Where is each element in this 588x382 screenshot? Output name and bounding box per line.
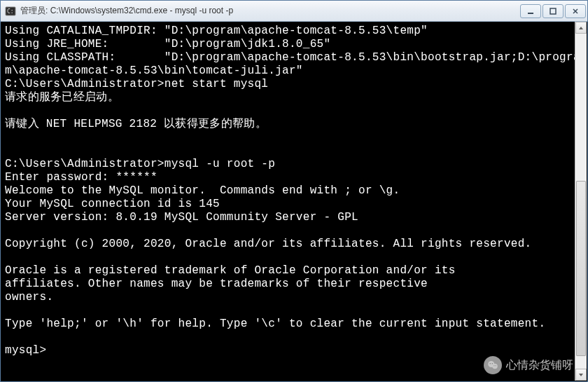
cmd-window: C: 管理员: C:\Windows\system32\cmd.exe - my…	[0, 0, 588, 382]
terminal-line: 请键入 NET HELPMSG 2182 以获得更多的帮助。	[5, 118, 583, 131]
terminal-line	[5, 104, 583, 118]
terminal-line: mysql>	[5, 344, 583, 357]
terminal-line: Using JRE_HOME: "D:\program\jdk1.8.0_65"	[5, 38, 583, 51]
scroll-up-button[interactable]	[575, 22, 587, 34]
terminal-line: Server version: 8.0.19 MySQL Community S…	[5, 211, 583, 224]
terminal-line: 请求的服务已经启动。	[5, 91, 583, 104]
svg-text:C:: C:	[7, 8, 14, 15]
terminal-line: Copyright (c) 2000, 2020, Oracle and/or …	[5, 238, 583, 251]
svg-rect-2	[528, 13, 533, 14]
minimize-button[interactable]	[520, 4, 541, 18]
scroll-thumb[interactable]	[576, 181, 586, 356]
window-title: 管理员: C:\Windows\system32\cmd.exe - mysql…	[20, 5, 233, 17]
maximize-button[interactable]	[542, 4, 564, 18]
titlebar[interactable]: C: 管理员: C:\Windows\system32\cmd.exe - my…	[1, 1, 587, 22]
scroll-track[interactable]	[575, 34, 587, 369]
vertical-scrollbar[interactable]	[575, 22, 587, 381]
svg-rect-3	[550, 8, 556, 14]
terminal-line: Oracle is a registered trademark of Orac…	[5, 264, 583, 278]
terminal-line	[5, 131, 583, 144]
svg-marker-7	[579, 374, 583, 376]
terminal-line: C:\Users\Administrator>net start mysql	[5, 78, 583, 91]
close-button[interactable]	[565, 4, 586, 18]
terminal-line: Using CLASSPATH: "D:\program\apache-tomc…	[5, 51, 583, 78]
terminal-line: owners.	[5, 291, 583, 304]
terminal-line	[5, 144, 583, 158]
terminal-line: Using CATALINA_TMPDIR: "D:\program\apach…	[5, 25, 583, 38]
terminal-line: Enter password: ******	[5, 171, 583, 184]
terminal-line: C:\Users\Administrator>mysql -u root -p	[5, 158, 583, 171]
scroll-down-button[interactable]	[575, 369, 587, 381]
cmd-icon: C:	[5, 6, 16, 17]
terminal-output[interactable]: Using CATALINA_TMPDIR: "D:\program\apach…	[1, 22, 587, 381]
terminal-line	[5, 331, 583, 344]
terminal-line	[5, 304, 583, 318]
svg-marker-6	[579, 27, 583, 29]
terminal-line: affiliates. Other names may be trademark…	[5, 278, 583, 291]
terminal-line: Type 'help;' or '\h' for help. Type '\c'…	[5, 318, 583, 331]
terminal-line: Your MySQL connection id is 145	[5, 198, 583, 211]
window-controls	[520, 4, 586, 18]
terminal-line: Welcome to the MySQL monitor. Commands e…	[5, 184, 583, 198]
terminal-line	[5, 224, 583, 238]
terminal-line	[5, 251, 583, 264]
